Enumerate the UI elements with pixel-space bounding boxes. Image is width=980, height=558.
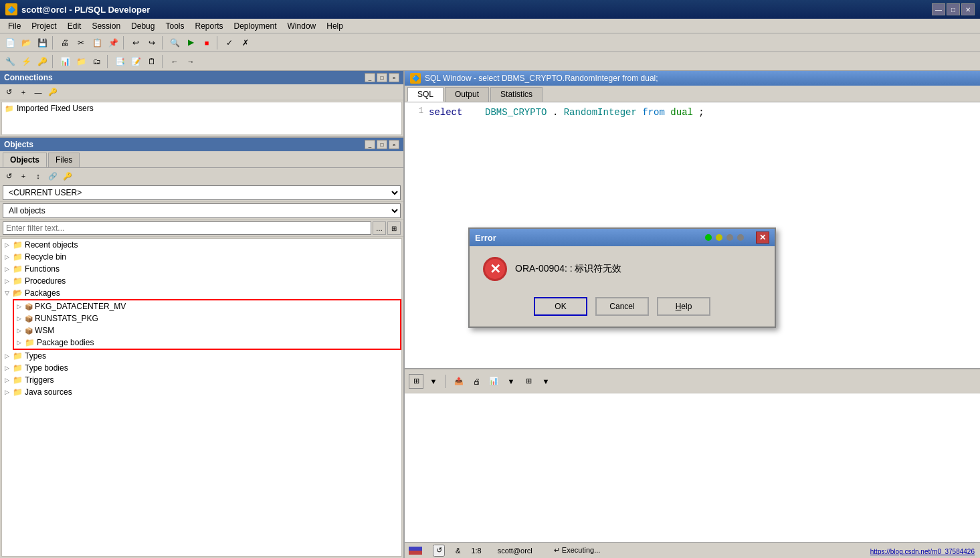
maximize-button[interactable]: □ (947, 3, 960, 15)
objects-minimize[interactable]: _ (365, 140, 375, 149)
conn-key[interactable]: 🔑 (47, 86, 59, 98)
tree-recycle-bin[interactable]: ▷ 📁 Recycle bin (2, 251, 401, 263)
tree-procedures[interactable]: ▷ 📁 Procedures (2, 275, 401, 287)
tree-recent-objects[interactable]: ▷ 📁 Recent objects (2, 239, 401, 251)
dialog-title-bar: Error ✕ (470, 229, 775, 246)
all-objects-select[interactable]: All objects (3, 203, 401, 218)
toolbar-1: 📄 📂 💾 🖨 ✂ 📋 📌 ↩ ↪ 🔍 ▶ ■ ✓ ✗ (0, 33, 980, 52)
tree-wsm[interactable]: ▷ 📦 WSM (14, 324, 400, 337)
toolbar-2: 🔧 ⚡ 🔑 📊 📁 🗂 📑 📝 🗒 ← → (0, 52, 980, 71)
dialog-help-button[interactable]: Help (657, 297, 710, 316)
expand-icon: ▷ (5, 353, 13, 359)
current-user-select[interactable]: <CURRENT USER> (3, 185, 401, 200)
dialog-close-button[interactable]: ✕ (756, 231, 769, 244)
tab-statistics[interactable]: Statistics (490, 87, 543, 102)
tb2-5[interactable]: 📁 (74, 54, 88, 69)
tb-copy[interactable]: 📋 (90, 35, 104, 50)
tb-save[interactable]: 💾 (35, 35, 50, 50)
filter-input[interactable] (3, 221, 371, 235)
menu-debug[interactable]: Debug (126, 20, 160, 32)
menu-file[interactable]: File (3, 20, 26, 32)
menu-project[interactable]: Project (26, 20, 62, 32)
tb-print[interactable]: 🖨 (58, 35, 72, 50)
imported-users-item[interactable]: 📁 Imported Fixed Users (2, 102, 401, 114)
export-btn[interactable]: 📤 (452, 374, 466, 389)
tree-package-bodies[interactable]: ▷ 📁 Package bodies (14, 337, 400, 349)
grid-dropdown[interactable]: ▼ (426, 374, 441, 389)
status-refresh[interactable]: ↺ (433, 545, 445, 557)
objects-maximize[interactable]: □ (377, 140, 387, 149)
connections-maximize[interactable]: □ (377, 73, 387, 82)
tree-types[interactable]: ▷ 📁 Types (2, 350, 401, 362)
tab-objects[interactable]: Objects (3, 153, 47, 167)
tab-output[interactable]: Output (445, 87, 489, 102)
tb2-8[interactable]: 📝 (128, 54, 143, 69)
graph-btn[interactable]: 📊 (486, 374, 501, 389)
dialog-ok-button[interactable]: OK (534, 297, 587, 316)
menu-session[interactable]: Session (86, 20, 126, 32)
tb2-9[interactable]: 🗒 (144, 54, 159, 69)
tb-open[interactable]: 📂 (19, 35, 33, 50)
tb2-10[interactable]: ← (167, 54, 182, 69)
tree-type-bodies[interactable]: ▷ 📁 Type bodies (2, 362, 401, 374)
menu-reports[interactable]: Reports (189, 20, 228, 32)
tb2-3[interactable]: 🔑 (35, 54, 50, 69)
tree-triggers[interactable]: ▷ 📁 Triggers (2, 374, 401, 386)
tb-undo[interactable]: ↩ (128, 35, 143, 50)
menu-edit[interactable]: Edit (62, 20, 87, 32)
menu-deployment[interactable]: Deployment (229, 20, 282, 32)
obj-move[interactable]: ↕ (32, 170, 44, 182)
objects-close[interactable]: × (389, 140, 399, 149)
tb-rollback[interactable]: ✗ (238, 35, 253, 50)
tb2-6[interactable]: 🗂 (90, 54, 104, 69)
tb-new[interactable]: 📄 (3, 35, 17, 50)
tb-commit[interactable]: ✓ (222, 35, 237, 50)
menu-window[interactable]: Window (282, 20, 322, 32)
tab-sql[interactable]: SQL (407, 87, 444, 102)
close-button[interactable]: ✕ (961, 3, 975, 15)
connections-minimize[interactable]: _ (365, 73, 375, 82)
tree-runstats-pkg[interactable]: ▷ 📦 RUNSTATS_PKG (14, 312, 400, 324)
tree-packages[interactable]: ▽ 📂 Packages (2, 287, 401, 299)
tb2-7[interactable]: 📑 (112, 54, 127, 69)
tb-run[interactable]: ▶ (183, 35, 198, 50)
dialog-cancel-button[interactable]: Cancel (595, 297, 649, 316)
filter-clear-btn[interactable]: ⊞ (387, 221, 401, 235)
obj-link[interactable]: 🔗 (47, 170, 59, 182)
expand-icon: ▷ (5, 365, 13, 371)
tree-java-sources[interactable]: ▷ 📁 Java sources (2, 386, 401, 398)
graph-dropdown[interactable]: ▼ (504, 374, 518, 389)
menu-tools[interactable]: Tools (160, 20, 189, 32)
tb-redo[interactable]: ↪ (144, 35, 159, 50)
tb-cut[interactable]: ✂ (74, 35, 88, 50)
line-number: 1 (407, 105, 423, 120)
sql-right-inner: 1 select DBMS_CRYPTO . RandomInteger fro… (405, 102, 980, 558)
grid-icon[interactable]: ⊞ (409, 374, 423, 389)
connections-panel: Connections _ □ × ↺ + — 🔑 📁 I (0, 71, 403, 136)
kw-dual: dual (670, 107, 693, 118)
error-icon: ✕ (483, 257, 507, 281)
print-btn[interactable]: 🖨 (469, 374, 484, 389)
tree-functions[interactable]: ▷ 📁 Functions (2, 263, 401, 275)
obj-refresh[interactable]: ↺ (3, 170, 15, 182)
tab-files[interactable]: Files (48, 153, 80, 167)
menu-help[interactable]: Help (321, 20, 349, 32)
tb-find[interactable]: 🔍 (167, 35, 182, 50)
minimize-button[interactable]: — (932, 3, 945, 15)
tb2-2[interactable]: ⚡ (19, 54, 33, 69)
tree-pkg-datacenter[interactable]: ▷ 📦 PKG_DATACENTER_MV (14, 300, 400, 312)
obj-add[interactable]: + (17, 170, 29, 182)
conn-add[interactable]: + (17, 86, 29, 98)
tb2-1[interactable]: 🔧 (3, 54, 17, 69)
table-dropdown[interactable]: ▼ (538, 374, 553, 389)
table-btn[interactable]: ⊞ (521, 374, 536, 389)
filter-more-btn[interactable]: … (373, 221, 386, 235)
conn-remove[interactable]: — (32, 86, 44, 98)
conn-refresh[interactable]: ↺ (3, 86, 15, 98)
tb2-4[interactable]: 📊 (58, 54, 72, 69)
connections-close[interactable]: × (389, 73, 399, 82)
obj-key[interactable]: 🔑 (62, 170, 74, 182)
tb2-11[interactable]: → (183, 54, 198, 69)
tb-stop[interactable]: ■ (199, 35, 214, 50)
tb-paste[interactable]: 📌 (106, 35, 120, 50)
